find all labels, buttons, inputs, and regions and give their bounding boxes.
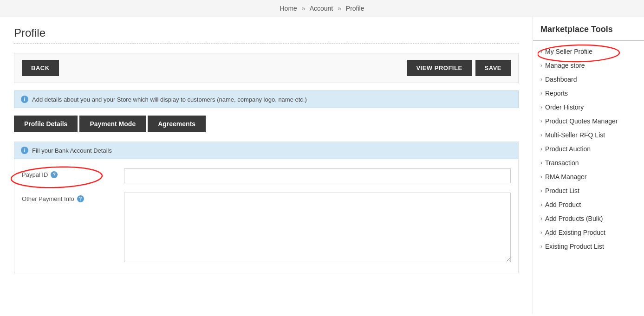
paypal-id-input[interactable]	[124, 168, 511, 183]
chevron-icon-5: ›	[540, 118, 542, 124]
chevron-icon-9: ›	[540, 174, 542, 180]
other-payment-textarea[interactable]	[124, 193, 511, 262]
breadcrumb-sep-2: »	[338, 5, 341, 12]
payment-section: i Fill your Bank Account Details Paypal …	[14, 142, 519, 273]
other-payment-label: Other Payment Info ?	[22, 193, 124, 202]
toolbar-right: VIEW PROFILE SAVE	[407, 60, 511, 76]
chevron-icon-12: ›	[540, 215, 542, 222]
paypal-help-icon[interactable]: ?	[51, 171, 58, 178]
breadcrumb-bar: Home » Account » Profile	[0, 0, 644, 17]
sidebar-item-transaction[interactable]: › Transaction	[533, 156, 644, 170]
sidebar-item-reports[interactable]: › Reports	[533, 86, 644, 100]
chevron-icon-4: ›	[540, 104, 542, 110]
toolbar: BACK VIEW PROFILE SAVE	[14, 53, 519, 83]
page-title-divider	[14, 43, 519, 44]
sidebar-item-product-list[interactable]: › Product List	[533, 184, 644, 198]
tab-profile-details[interactable]: Profile Details	[14, 116, 78, 132]
chevron-icon-13: ›	[540, 229, 542, 236]
payment-info-icon: i	[21, 147, 28, 154]
view-profile-button[interactable]: VIEW PROFILE	[407, 60, 471, 76]
chevron-icon-8: ›	[540, 160, 542, 166]
form-table: Paypal ID ? Othe	[14, 159, 518, 273]
page-wrapper: Profile BACK VIEW PROFILE SAVE i Add det…	[0, 17, 644, 314]
info-icon: i	[21, 96, 28, 103]
sidebar-item-dashboard[interactable]: › Dashboard	[533, 72, 644, 86]
sidebar-item-rma-manager[interactable]: › RMA Manager	[533, 170, 644, 184]
back-button[interactable]: BACK	[22, 60, 59, 76]
chevron-icon-2: ›	[540, 76, 542, 83]
other-payment-help-icon[interactable]: ?	[77, 195, 84, 202]
payment-section-title: Fill your Bank Account Details	[32, 147, 112, 154]
sidebar-title: Marketplace Tools	[533, 25, 644, 41]
sidebar-item-order-history[interactable]: › Order History	[533, 100, 644, 114]
payment-section-header: i Fill your Bank Account Details	[14, 142, 518, 159]
tab-bar: Profile Details Payment Mode Agreements	[14, 116, 519, 132]
main-content: Profile BACK VIEW PROFILE SAVE i Add det…	[0, 17, 533, 314]
sidebar-item-multi-seller-rfq[interactable]: › Multi-Seller RFQ List	[533, 128, 644, 142]
chevron-icon-6: ›	[540, 132, 542, 138]
chevron-icon-7: ›	[540, 146, 542, 152]
paypal-id-label: Paypal ID ?	[22, 168, 124, 178]
other-payment-field	[124, 193, 511, 264]
sidebar: Marketplace Tools › My Seller Profile › …	[533, 17, 644, 314]
chevron-icon-14: ›	[540, 243, 542, 250]
sidebar-item-product-auction[interactable]: › Product Auction	[533, 142, 644, 156]
tab-agreements[interactable]: Agreements	[148, 116, 206, 132]
breadcrumb-current: Profile	[346, 5, 364, 12]
chevron-icon-10: ›	[540, 187, 542, 194]
chevron-icon-0: ›	[540, 48, 542, 55]
page-title: Profile	[14, 26, 519, 39]
chevron-icon-1: ›	[540, 62, 542, 69]
chevron-icon-11: ›	[540, 201, 542, 208]
my-seller-profile-circle: My Seller Profile	[545, 48, 592, 55]
breadcrumb-home[interactable]: Home	[280, 5, 297, 12]
breadcrumb-account[interactable]: Account	[310, 5, 333, 12]
sidebar-item-add-products-bulk[interactable]: › Add Products (Bulk)	[533, 212, 644, 226]
paypal-id-row: Paypal ID ?	[14, 164, 518, 188]
info-box: i Add details about you and your Store w…	[14, 90, 519, 108]
tab-payment-mode[interactable]: Payment Mode	[79, 116, 146, 132]
save-button[interactable]: SAVE	[475, 60, 511, 76]
sidebar-item-add-product[interactable]: › Add Product	[533, 198, 644, 212]
chevron-icon-3: ›	[540, 90, 542, 97]
sidebar-item-product-quotes-manager[interactable]: › Product Quotes Manager	[533, 114, 644, 128]
sidebar-item-existing-product-list[interactable]: › Existing Product List	[533, 239, 644, 253]
paypal-circle-wrap: Paypal ID	[22, 171, 48, 178]
breadcrumb-sep-1: »	[302, 5, 306, 12]
other-payment-row: Other Payment Info ?	[14, 188, 518, 268]
info-message: Add details about you and your Store whi…	[32, 96, 307, 103]
sidebar-item-manage-store[interactable]: › Manage store	[533, 58, 644, 72]
sidebar-item-add-existing-product[interactable]: › Add Existing Product	[533, 226, 644, 239]
sidebar-item-my-seller-profile[interactable]: › My Seller Profile	[533, 45, 644, 58]
paypal-id-field	[124, 168, 511, 183]
